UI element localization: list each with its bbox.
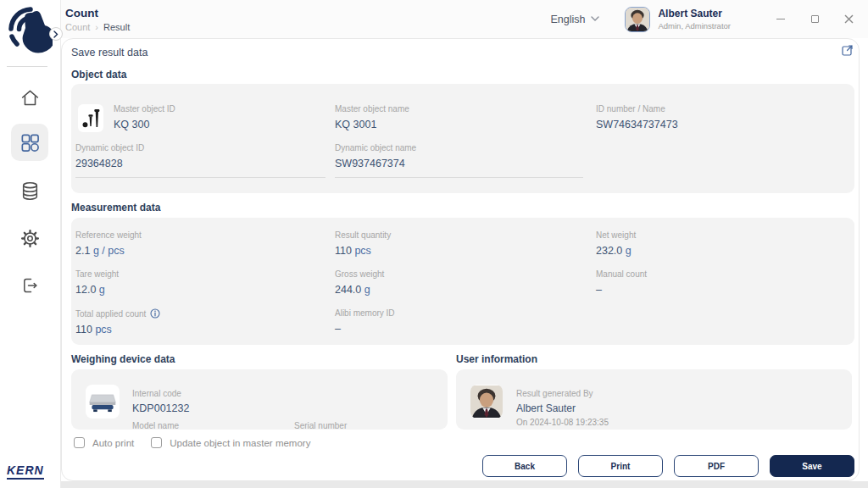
breadcrumb-separator: › xyxy=(95,22,98,32)
maximize-icon[interactable] xyxy=(809,14,821,25)
master-object-name-field: Master object name KQ 3001 xyxy=(335,104,593,132)
id-number-value: SW74634737473 xyxy=(596,119,854,130)
sidebar-item-home[interactable] xyxy=(11,79,48,116)
dynamic-object-name-field: Dynamic object name SW937467374 xyxy=(335,143,593,178)
chevron-down-icon xyxy=(591,16,599,22)
dynamic-object-name-input[interactable]: SW937467374 xyxy=(335,158,583,169)
apps-grid-icon xyxy=(19,132,41,153)
save-button[interactable]: Save xyxy=(770,455,854,477)
id-number-label: ID number / Name xyxy=(596,104,665,114)
sidebar-item-database[interactable] xyxy=(11,172,48,209)
sidebar-item-logout[interactable] xyxy=(11,267,48,304)
info-circle-icon[interactable] xyxy=(150,308,160,319)
tare-weight-field: Tare weight 12.0 g xyxy=(75,269,335,297)
user-information-card: Result generated By Albert Sauter On 202… xyxy=(456,369,852,430)
kern-logo: KERN xyxy=(7,463,44,480)
window-bottom-edge xyxy=(56,481,868,488)
model-name-label: Model name xyxy=(132,421,179,430)
options-row: Auto print Update object in master memor… xyxy=(74,436,854,449)
master-object-field: Master object ID KQ 300 xyxy=(75,104,335,132)
user-information-title: User information xyxy=(456,353,537,366)
update-object-label: Update object in master memory xyxy=(170,438,310,448)
measurement-data-card: Reference weight 2.1 g / pcs Result quan… xyxy=(71,218,854,345)
update-object-checkbox[interactable] xyxy=(151,437,162,448)
object-data-card: Master object ID KQ 300 Master object na… xyxy=(71,84,854,193)
gear-icon xyxy=(19,228,41,249)
weighing-device-data-title: Weighing device data xyxy=(71,353,448,366)
language-selector[interactable]: English xyxy=(550,14,599,25)
home-icon xyxy=(19,87,41,108)
dynamic-object-id-label: Dynamic object ID xyxy=(75,143,144,152)
internal-code-label: Internal code xyxy=(132,389,181,398)
breadcrumb-root[interactable]: Count xyxy=(65,22,90,32)
sidebar-divider xyxy=(7,66,47,67)
master-object-id-value: KQ 300 xyxy=(114,119,175,130)
window-controls xyxy=(775,14,854,25)
page-title: Count xyxy=(65,7,130,19)
back-button[interactable]: Back xyxy=(482,455,567,477)
screws-image xyxy=(78,104,103,132)
net-weight-field: Net weight 232.0 g xyxy=(593,230,854,258)
master-object-id-label: Master object ID xyxy=(114,104,175,114)
actions-row: Back Print PDF Save xyxy=(71,455,854,477)
sidebar-item-settings[interactable] xyxy=(11,219,48,257)
logout-icon xyxy=(19,275,40,296)
close-icon[interactable] xyxy=(843,14,854,25)
print-button[interactable]: Print xyxy=(578,455,663,477)
result-panel: Save result data Object data xyxy=(61,38,860,481)
sidebar-expand-toggle[interactable] xyxy=(49,27,63,41)
result-generated-on: On 2024-10-08 19:23:35 xyxy=(516,418,609,427)
expand-icon[interactable] xyxy=(842,44,854,57)
language-label: English xyxy=(550,14,585,25)
result-generated-by-value: Albert Sauter xyxy=(516,402,609,414)
result-quantity-field: Result quantity 110 pcs xyxy=(335,230,593,258)
pdf-button[interactable]: PDF xyxy=(674,455,759,477)
database-icon xyxy=(19,180,41,202)
reference-weight-field: Reference weight 2.1 g / pcs xyxy=(75,230,335,258)
id-number-field: ID number / Name SW74634737473 xyxy=(593,104,854,132)
count-app-logo-icon xyxy=(7,5,53,59)
alibi-memory-id-field: Alibi memory ID – xyxy=(335,308,593,336)
result-user-avatar xyxy=(470,385,503,419)
master-object-name-label: Master object name xyxy=(335,104,409,114)
dynamic-object-id-field: Dynamic object ID 29364828 xyxy=(75,143,335,178)
weighing-device-image xyxy=(86,385,120,419)
auto-print-label: Auto print xyxy=(92,438,134,448)
dynamic-object-id-input[interactable]: 29364828 xyxy=(75,158,326,169)
breadcrumb: Count›Result xyxy=(65,22,130,32)
gross-weight-field: Gross weight 244.0 g xyxy=(335,269,593,297)
sidebar: KERN xyxy=(0,0,61,488)
minimize-icon[interactable] xyxy=(775,14,787,25)
user-profile-chip[interactable]: Albert Sauter Admin, Adminstrator xyxy=(625,7,731,32)
breadcrumb-current: Result xyxy=(103,22,130,32)
internal-code-value: KDP001232 xyxy=(132,402,448,414)
measurement-data-title: Measurement data xyxy=(71,202,854,214)
user-avatar xyxy=(625,7,650,32)
sidebar-item-apps[interactable] xyxy=(11,124,48,161)
panel-title: Save result data xyxy=(71,47,147,58)
weighing-device-card: Internal code KDP001232 Model name Seria… xyxy=(71,369,448,430)
master-object-name-value: KQ 3001 xyxy=(335,119,593,130)
header: Count Count›Result English Albert Sauter… xyxy=(61,0,868,38)
dynamic-object-name-label: Dynamic object name xyxy=(335,143,416,152)
user-name: Albert Sauter xyxy=(658,8,731,19)
serial-number-label: Serial number xyxy=(294,421,347,430)
object-data-title: Object data xyxy=(71,69,854,81)
user-role: Admin, Adminstrator xyxy=(658,21,731,30)
auto-print-checkbox[interactable] xyxy=(74,437,85,448)
manual-count-field: Manual count – xyxy=(593,269,854,297)
result-generated-by-label: Result generated By xyxy=(516,389,593,398)
header-titles: Count Count›Result xyxy=(65,7,130,32)
total-applied-count-field: Total applied count 110 pcs xyxy=(75,308,335,336)
